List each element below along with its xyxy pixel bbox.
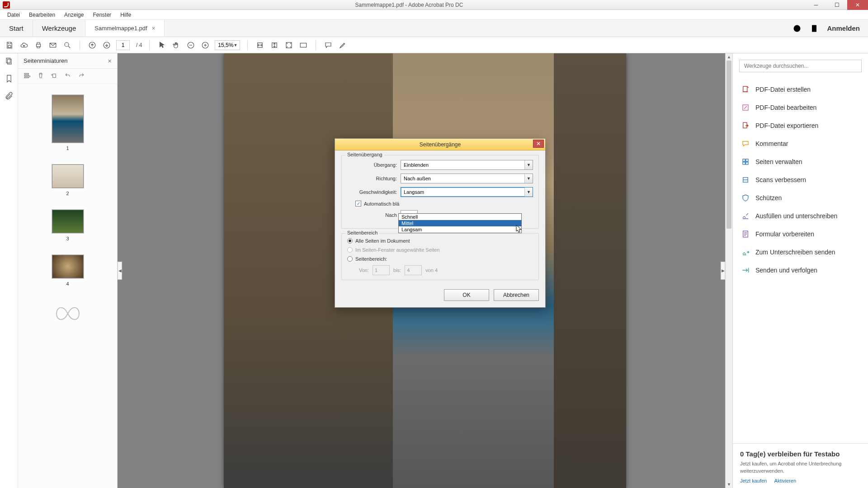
next-page-icon[interactable] bbox=[102, 40, 112, 50]
zoom-in-icon[interactable] bbox=[200, 40, 210, 50]
tool-prepare-form[interactable]: Formular vorbereiten bbox=[733, 225, 868, 243]
to-label: bis: bbox=[393, 267, 401, 273]
thumbnail-2[interactable]: 2 bbox=[18, 164, 117, 196]
zoom-out-icon[interactable] bbox=[186, 40, 196, 50]
thumbnails-list: 1 2 3 4 bbox=[18, 84, 117, 488]
after-label: Nach bbox=[347, 212, 397, 218]
tab-document-label: Sammelmappe1.pdf bbox=[94, 25, 147, 32]
menu-edit[interactable]: Bearbeiten bbox=[24, 11, 60, 19]
thumbnail-image bbox=[52, 164, 84, 188]
scroll-up-icon[interactable]: ▲ bbox=[726, 53, 732, 61]
bookmarks-rail-icon[interactable] bbox=[5, 74, 14, 83]
direction-select[interactable]: Nach außen▼ bbox=[401, 174, 533, 183]
from-label: Von: bbox=[359, 267, 369, 273]
tool-fill-sign[interactable]: Ausfüllen und unterschreiben bbox=[733, 207, 868, 225]
radio-all-pages[interactable] bbox=[347, 238, 353, 244]
cloud-icon[interactable] bbox=[19, 40, 29, 50]
fit-window-icon[interactable] bbox=[284, 40, 294, 50]
minimize-button[interactable]: ─ bbox=[806, 0, 826, 10]
email-icon[interactable] bbox=[48, 40, 58, 50]
scroll-down-icon[interactable]: ▼ bbox=[726, 481, 732, 488]
notification-icon[interactable] bbox=[810, 24, 819, 33]
tool-create-pdf[interactable]: PDF-Datei erstellen bbox=[733, 80, 868, 99]
thumbnails-panel: Seitenminiaturen × 1 2 3 4 bbox=[18, 53, 118, 488]
prev-page-icon[interactable] bbox=[87, 40, 97, 50]
thumb-options-icon[interactable] bbox=[24, 72, 31, 81]
vertical-scrollbar[interactable]: ▲ ▼ bbox=[725, 53, 732, 488]
collapse-right-icon[interactable]: ▶ bbox=[721, 262, 725, 280]
search-icon[interactable] bbox=[62, 40, 72, 50]
close-tab-icon[interactable]: × bbox=[152, 25, 156, 32]
maximize-button[interactable]: ☐ bbox=[826, 0, 847, 10]
save-icon[interactable] bbox=[5, 40, 14, 50]
thumbnails-header: Seitenminiaturen × bbox=[18, 53, 117, 69]
tool-organize-pages[interactable]: Seiten verwalten bbox=[733, 153, 868, 171]
thumbnail-3[interactable]: 3 bbox=[18, 210, 117, 241]
signin-link[interactable]: Anmelden bbox=[827, 24, 860, 32]
tab-document[interactable]: Sammelmappe1.pdf × bbox=[85, 20, 165, 37]
tool-enhance-scans[interactable]: Scans verbessern bbox=[733, 171, 868, 189]
acrobat-app-icon bbox=[3, 1, 10, 9]
tab-tools[interactable]: Werkzeuge bbox=[33, 20, 86, 37]
close-panel-icon[interactable]: × bbox=[108, 57, 112, 65]
cancel-button[interactable]: Abbrechen bbox=[494, 289, 539, 301]
tab-start-label: Start bbox=[9, 24, 24, 32]
comment-icon[interactable] bbox=[323, 40, 333, 50]
thumbnail-1[interactable]: 1 bbox=[18, 95, 117, 151]
window-title: Sammelmappe1.pdf - Adobe Acrobat Pro DC bbox=[13, 2, 806, 8]
tools-search-input[interactable] bbox=[739, 60, 862, 72]
scrollbar-thumb[interactable] bbox=[726, 61, 731, 229]
menu-help[interactable]: Hilfe bbox=[116, 11, 136, 19]
tool-comment[interactable]: Kommentar bbox=[733, 135, 868, 153]
ok-button[interactable]: OK bbox=[444, 289, 489, 301]
redo-icon[interactable] bbox=[78, 72, 85, 81]
collapse-left-icon[interactable]: ◀ bbox=[118, 262, 122, 280]
close-button[interactable]: ✕ bbox=[847, 0, 868, 10]
activate-link[interactable]: Aktivieren bbox=[774, 478, 796, 483]
attachments-rail-icon[interactable] bbox=[5, 91, 14, 100]
pointer-icon[interactable] bbox=[157, 40, 167, 50]
reading-mode-icon[interactable] bbox=[298, 40, 308, 50]
buy-now-link[interactable]: Jetzt kaufen bbox=[740, 478, 767, 483]
send-signature-icon bbox=[741, 248, 750, 257]
dialog-close-button[interactable]: ✕ bbox=[533, 140, 544, 148]
rotate-undo-icon[interactable] bbox=[51, 72, 58, 81]
speed-select[interactable]: Langsam▼ bbox=[401, 187, 533, 197]
tool-edit-pdf[interactable]: PDF-Datei bearbeiten bbox=[733, 99, 868, 117]
from-value: 1 bbox=[375, 267, 377, 273]
fit-width-icon[interactable] bbox=[255, 40, 265, 50]
print-icon[interactable] bbox=[33, 40, 43, 50]
thumbnails-rail-icon[interactable] bbox=[5, 57, 14, 66]
tabbar: Start Werkzeuge Sammelmappe1.pdf × Anmel… bbox=[0, 20, 868, 37]
tool-send-track[interactable]: Senden und verfolgen bbox=[733, 261, 868, 279]
svg-line-7 bbox=[68, 46, 70, 48]
tool-protect[interactable]: Schützen bbox=[733, 189, 868, 207]
menu-view[interactable]: Anzeige bbox=[60, 11, 88, 19]
radio-page-range[interactable] bbox=[347, 256, 353, 262]
thumbnail-number: 3 bbox=[66, 236, 69, 241]
organize-pages-icon bbox=[741, 157, 750, 166]
tool-send-for-signature[interactable]: Zum Unterschreiben senden bbox=[733, 243, 868, 261]
fit-page-icon[interactable] bbox=[269, 40, 279, 50]
menu-file[interactable]: Datei bbox=[3, 11, 24, 19]
delete-page-icon[interactable] bbox=[37, 72, 44, 81]
page-number-input[interactable] bbox=[116, 40, 130, 50]
tool-export-pdf[interactable]: PDF-Datei exportieren bbox=[733, 117, 868, 135]
speed-option-mittel[interactable]: Mittel bbox=[399, 220, 521, 226]
speed-option-schnell[interactable]: Schnell bbox=[399, 214, 521, 220]
menu-window[interactable]: Fenster bbox=[88, 11, 116, 19]
highlight-icon[interactable] bbox=[338, 40, 348, 50]
thumbnail-4[interactable]: 4 bbox=[18, 255, 117, 286]
zoom-combo[interactable]: 15,5%▼ bbox=[215, 40, 240, 50]
hand-icon[interactable] bbox=[171, 40, 181, 50]
toolbar: / 4 15,5%▼ bbox=[0, 37, 868, 53]
transition-select[interactable]: Einblenden▼ bbox=[401, 160, 533, 170]
auto-flip-checkbox[interactable] bbox=[355, 201, 361, 206]
dialog-titlebar[interactable]: Seitenübergänge ✕ bbox=[335, 139, 545, 150]
help-icon[interactable] bbox=[793, 24, 802, 33]
tab-start[interactable]: Start bbox=[0, 20, 33, 37]
speed-option-langsam[interactable]: Langsam bbox=[399, 226, 521, 233]
thumbnail-number: 2 bbox=[66, 191, 69, 196]
undo-icon[interactable] bbox=[64, 72, 71, 81]
tool-label: Zum Unterschreiben senden bbox=[755, 249, 835, 256]
